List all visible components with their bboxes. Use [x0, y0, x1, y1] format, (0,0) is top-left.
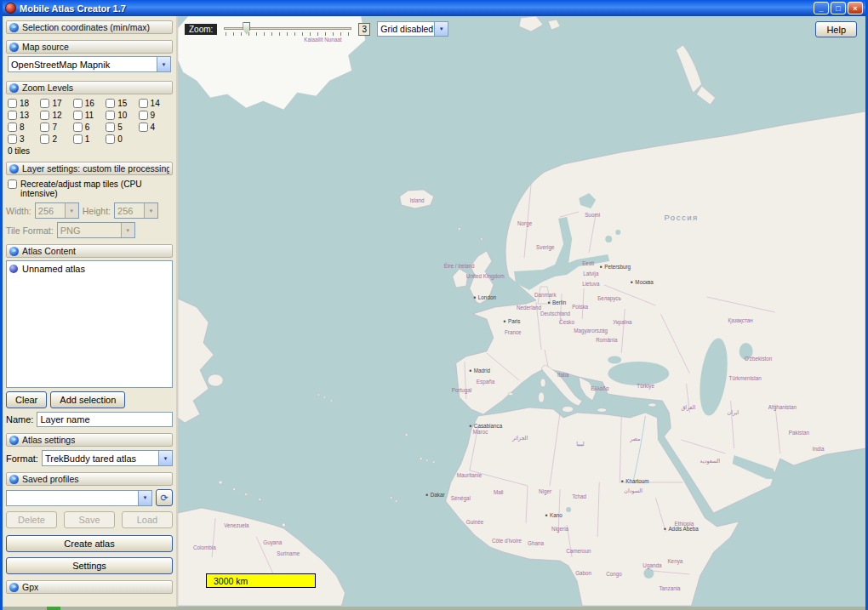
zoom-level-7[interactable]: 7 — [40, 123, 72, 132]
zoom-level-15[interactable]: 15 — [106, 99, 138, 108]
zoom-level-label: 1 — [85, 134, 90, 144]
zoom-level-5[interactable]: 5 — [106, 123, 138, 132]
zoom-level-checkbox-8[interactable] — [8, 123, 17, 132]
map-label-country: Éire / Ireland — [444, 262, 475, 269]
zoom-level-checkbox-2[interactable] — [40, 134, 49, 144]
zoom-level-13[interactable]: 13 — [8, 111, 40, 120]
zoom-level-6[interactable]: 6 — [73, 123, 106, 132]
zoom-level-checkbox-1[interactable] — [73, 134, 83, 144]
zoom-level-label: 10 — [117, 111, 127, 120]
section-header-atlas-content[interactable]: » Atlas Content — [6, 244, 173, 258]
chevron-down-icon[interactable]: ▼ — [434, 22, 448, 36]
map-label-country: España — [477, 379, 495, 385]
zoom-level-4[interactable]: 4 — [139, 123, 171, 132]
zoom-level-18[interactable]: 18 — [8, 99, 40, 108]
chevron-down-icon[interactable]: ▼ — [157, 57, 170, 71]
zoom-level-checkbox-11[interactable] — [73, 111, 83, 120]
world-map[interactable]: Kalaallit NunaatIslandNorgeSverigeSuomiР… — [178, 16, 865, 607]
recreate-tiles-checkbox-row[interactable]: Recreate/adjust map tiles (CPU intensive… — [6, 175, 173, 199]
saved-profiles-dropdown[interactable]: ▼ — [6, 490, 152, 506]
map-label-country: Türkmenistan — [729, 375, 762, 381]
city-dot — [470, 425, 472, 427]
zoom-level-checkbox-5[interactable] — [106, 123, 115, 132]
city-dot — [600, 265, 602, 268]
taskbar-fragment — [47, 607, 60, 610]
zoom-level-9[interactable]: 9 — [139, 111, 171, 120]
help-button[interactable]: Help — [815, 21, 857, 37]
atlas-format-dropdown[interactable]: TrekBuddy tared atlas ▼ — [42, 450, 173, 466]
zoom-level-checkbox-6[interactable] — [73, 123, 83, 132]
map-label-country: Gabon — [575, 570, 591, 576]
map-source-dropdown[interactable]: OpenStreetMap Mapnik ▼ — [8, 56, 171, 72]
tree-item-label: Unnamed atlas — [22, 264, 85, 274]
zoom-level-checkbox-4[interactable] — [139, 123, 148, 132]
zoom-level-0[interactable]: 0 — [106, 134, 138, 144]
chevron-down-icon[interactable]: ▼ — [158, 451, 172, 465]
section-header-gpx[interactable]: » Gpx — [6, 580, 173, 594]
grid-dropdown[interactable]: Grid disabled ▼ — [377, 21, 448, 37]
zoom-slider[interactable] — [224, 22, 351, 37]
map-label-country: Congo — [606, 571, 622, 578]
zoom-level-label: 8 — [20, 123, 25, 132]
zoom-level-checkbox-7[interactable] — [40, 123, 49, 132]
tile-height-dropdown: 256 ▼ — [114, 202, 158, 219]
settings-button[interactable]: Settings — [6, 557, 173, 574]
zoom-level-8[interactable]: 8 — [8, 123, 40, 132]
tree-item-unnamed-atlas[interactable]: Unnamed atlas — [9, 264, 169, 274]
zoom-level-16[interactable]: 16 — [73, 99, 106, 108]
map-label-city: Paris — [508, 318, 520, 324]
zoom-level-checkbox-3[interactable] — [8, 134, 17, 144]
zoom-level-12[interactable]: 12 — [40, 111, 72, 120]
minimize-button[interactable]: _ — [814, 2, 829, 14]
titlebar[interactable]: Mobile Atlas Creator 1.7 _ □ × — [3, 0, 865, 16]
delete-profile-button[interactable]: Delete — [6, 511, 57, 528]
zoom-level-checkbox-15[interactable] — [106, 99, 115, 108]
zoom-level-2[interactable]: 2 — [40, 134, 72, 144]
section-header-zoom-levels[interactable]: » Zoom Levels — [6, 81, 173, 94]
map-label-country: Island — [410, 197, 425, 203]
zoom-level-checkbox-9[interactable] — [139, 111, 148, 120]
zoom-level-14[interactable]: 14 — [139, 99, 171, 108]
zoom-level-10[interactable]: 10 — [106, 111, 138, 120]
section-header-selection-coordinates[interactable]: » Selection coordinates (min/max) — [6, 20, 173, 34]
clear-button[interactable]: Clear — [6, 391, 47, 408]
load-profile-button[interactable]: Load — [122, 511, 173, 528]
layer-name-input[interactable] — [37, 412, 173, 427]
create-atlas-button[interactable]: Create atlas — [6, 535, 173, 552]
save-profile-button[interactable]: Save — [64, 511, 115, 528]
refresh-icon: ⟳ — [160, 493, 168, 503]
zoom-level-checkbox-14[interactable] — [139, 99, 148, 108]
section-header-atlas-settings[interactable]: » Atlas settings — [6, 433, 173, 447]
map-label-country: Maroc — [473, 429, 488, 435]
section-title-atlas-settings: Atlas settings — [22, 435, 75, 445]
add-selection-button[interactable]: Add selection — [50, 391, 125, 408]
zoom-level-3[interactable]: 3 — [8, 134, 40, 144]
zoom-level-checkbox-17[interactable] — [40, 99, 49, 108]
map-label-country: Mali — [494, 489, 504, 495]
section-header-saved-profiles[interactable]: » Saved profiles — [6, 472, 173, 486]
section-header-map-source[interactable]: » Map source — [6, 40, 173, 54]
zoom-level-checkbox-16[interactable] — [73, 99, 83, 108]
zoom-level-checkbox-0[interactable] — [106, 134, 115, 144]
map-area[interactable]: Kalaallit NunaatIslandNorgeSverigeSuomiР… — [178, 16, 865, 607]
zoom-level-17[interactable]: 17 — [40, 99, 72, 108]
atlas-content-tree[interactable]: Unnamed atlas — [6, 260, 173, 388]
zoom-level-checkbox-18[interactable] — [8, 99, 17, 108]
recreate-tiles-checkbox[interactable] — [8, 180, 17, 189]
map-label-country: Suriname — [277, 550, 300, 556]
zoom-level-checkbox-10[interactable] — [106, 111, 115, 120]
chevron-down-icon: ▼ — [144, 203, 157, 218]
city-dot — [470, 369, 472, 372]
chevron-down-icon[interactable]: ▼ — [138, 491, 151, 505]
height-label: Height: — [83, 206, 111, 216]
maximize-button[interactable]: □ — [831, 2, 846, 14]
section-title-zoom-levels: Zoom Levels — [22, 83, 73, 93]
refresh-profiles-button[interactable]: ⟳ — [156, 489, 173, 506]
zoom-level-1[interactable]: 1 — [73, 134, 106, 144]
zoom-level-11[interactable]: 11 — [73, 111, 106, 120]
close-button[interactable]: × — [848, 2, 863, 14]
zoom-level-checkbox-12[interactable] — [40, 111, 49, 120]
section-header-layer-settings[interactable]: » Layer settings: custom tile processing — [6, 162, 173, 175]
map-label-country: الجزائر — [511, 435, 528, 442]
zoom-level-checkbox-13[interactable] — [8, 111, 17, 120]
